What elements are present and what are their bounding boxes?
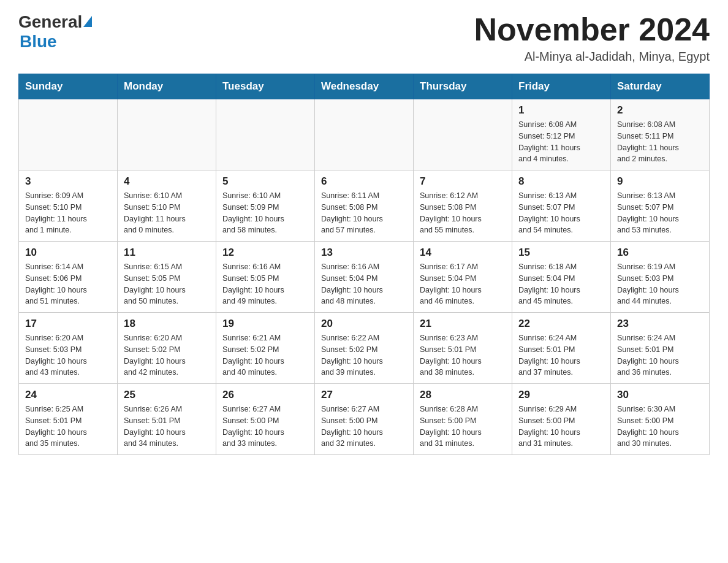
day-info: Sunrise: 6:22 AMSunset: 5:02 PMDaylight:…	[321, 332, 407, 378]
calendar-cell: 16Sunrise: 6:19 AMSunset: 5:03 PMDayligh…	[611, 242, 710, 313]
day-number: 8	[518, 175, 604, 188]
day-number: 30	[617, 389, 703, 401]
day-number: 7	[420, 175, 506, 188]
day-number: 26	[222, 389, 308, 401]
day-number: 4	[124, 175, 210, 188]
day-info: Sunrise: 6:28 AMSunset: 5:00 PMDaylight:…	[420, 404, 506, 450]
day-info: Sunrise: 6:11 AMSunset: 5:08 PMDaylight:…	[321, 190, 407, 236]
day-info: Sunrise: 6:08 AMSunset: 5:12 PMDaylight:…	[518, 119, 604, 165]
day-info: Sunrise: 6:24 AMSunset: 5:01 PMDaylight:…	[617, 332, 703, 378]
calendar-week-row: 10Sunrise: 6:14 AMSunset: 5:06 PMDayligh…	[19, 242, 710, 313]
day-number: 9	[617, 175, 703, 188]
calendar-cell: 29Sunrise: 6:29 AMSunset: 5:00 PMDayligh…	[512, 384, 611, 455]
day-info: Sunrise: 6:14 AMSunset: 5:06 PMDaylight:…	[25, 261, 111, 307]
calendar-cell: 6Sunrise: 6:11 AMSunset: 5:08 PMDaylight…	[315, 170, 414, 242]
day-number: 19	[222, 318, 308, 330]
day-info: Sunrise: 6:19 AMSunset: 5:03 PMDaylight:…	[617, 261, 703, 307]
calendar-cell: 14Sunrise: 6:17 AMSunset: 5:04 PMDayligh…	[414, 242, 512, 313]
weekday-header-sunday: Sunday	[19, 74, 118, 99]
day-number: 23	[617, 318, 703, 330]
day-number: 21	[420, 318, 506, 330]
day-info: Sunrise: 6:20 AMSunset: 5:03 PMDaylight:…	[25, 332, 111, 378]
calendar-cell: 23Sunrise: 6:24 AMSunset: 5:01 PMDayligh…	[611, 313, 710, 384]
calendar-cell	[414, 99, 512, 170]
calendar-cell: 19Sunrise: 6:21 AMSunset: 5:02 PMDayligh…	[216, 313, 315, 384]
day-info: Sunrise: 6:17 AMSunset: 5:04 PMDaylight:…	[420, 261, 506, 307]
day-info: Sunrise: 6:23 AMSunset: 5:01 PMDaylight:…	[420, 332, 506, 378]
day-info: Sunrise: 6:24 AMSunset: 5:01 PMDaylight:…	[518, 332, 604, 378]
calendar-cell: 17Sunrise: 6:20 AMSunset: 5:03 PMDayligh…	[19, 313, 118, 384]
calendar-cell: 21Sunrise: 6:23 AMSunset: 5:01 PMDayligh…	[414, 313, 512, 384]
weekday-header-monday: Monday	[118, 74, 216, 99]
day-info: Sunrise: 6:16 AMSunset: 5:05 PMDaylight:…	[222, 261, 308, 307]
calendar-cell: 5Sunrise: 6:10 AMSunset: 5:09 PMDaylight…	[216, 170, 315, 242]
calendar-cell: 9Sunrise: 6:13 AMSunset: 5:07 PMDaylight…	[611, 170, 710, 242]
calendar-week-row: 1Sunrise: 6:08 AMSunset: 5:12 PMDaylight…	[19, 99, 710, 170]
day-number: 17	[25, 318, 111, 330]
day-info: Sunrise: 6:15 AMSunset: 5:05 PMDaylight:…	[124, 261, 210, 307]
day-number: 25	[124, 389, 210, 401]
calendar-cell	[19, 99, 118, 170]
calendar-cell: 4Sunrise: 6:10 AMSunset: 5:10 PMDaylight…	[118, 170, 216, 242]
day-number: 20	[321, 318, 407, 330]
day-info: Sunrise: 6:13 AMSunset: 5:07 PMDaylight:…	[518, 190, 604, 236]
calendar-cell: 20Sunrise: 6:22 AMSunset: 5:02 PMDayligh…	[315, 313, 414, 384]
calendar-cell: 25Sunrise: 6:26 AMSunset: 5:01 PMDayligh…	[118, 384, 216, 455]
calendar-cell	[315, 99, 414, 170]
day-number: 16	[617, 247, 703, 259]
page-header: General Blue November 2024 Al-Minya al-J…	[18, 12, 710, 64]
day-number: 13	[321, 247, 407, 259]
calendar-table: SundayMondayTuesdayWednesdayThursdayFrid…	[18, 74, 710, 455]
day-number: 6	[321, 175, 407, 188]
calendar-week-row: 3Sunrise: 6:09 AMSunset: 5:10 PMDaylight…	[19, 170, 710, 242]
logo-general-text: General	[18, 12, 82, 32]
calendar-cell: 22Sunrise: 6:24 AMSunset: 5:01 PMDayligh…	[512, 313, 611, 384]
day-info: Sunrise: 6:16 AMSunset: 5:04 PMDaylight:…	[321, 261, 407, 307]
calendar-cell: 1Sunrise: 6:08 AMSunset: 5:12 PMDaylight…	[512, 99, 611, 170]
weekday-header-saturday: Saturday	[611, 74, 710, 99]
calendar-cell: 13Sunrise: 6:16 AMSunset: 5:04 PMDayligh…	[315, 242, 414, 313]
day-number: 18	[124, 318, 210, 330]
day-info: Sunrise: 6:12 AMSunset: 5:08 PMDaylight:…	[420, 190, 506, 236]
day-info: Sunrise: 6:26 AMSunset: 5:01 PMDaylight:…	[124, 404, 210, 450]
day-info: Sunrise: 6:27 AMSunset: 5:00 PMDaylight:…	[321, 404, 407, 450]
calendar-cell: 27Sunrise: 6:27 AMSunset: 5:00 PMDayligh…	[315, 384, 414, 455]
day-number: 28	[420, 389, 506, 401]
calendar-cell	[118, 99, 216, 170]
day-number: 12	[222, 247, 308, 259]
day-number: 14	[420, 247, 506, 259]
weekday-header-tuesday: Tuesday	[216, 74, 315, 99]
calendar-title: November 2024	[474, 12, 710, 47]
day-number: 2	[617, 104, 703, 117]
day-number: 10	[25, 247, 111, 259]
calendar-cell: 15Sunrise: 6:18 AMSunset: 5:04 PMDayligh…	[512, 242, 611, 313]
calendar-cell: 18Sunrise: 6:20 AMSunset: 5:02 PMDayligh…	[118, 313, 216, 384]
weekday-header-wednesday: Wednesday	[315, 74, 414, 99]
day-info: Sunrise: 6:21 AMSunset: 5:02 PMDaylight:…	[222, 332, 308, 378]
calendar-cell: 12Sunrise: 6:16 AMSunset: 5:05 PMDayligh…	[216, 242, 315, 313]
day-info: Sunrise: 6:27 AMSunset: 5:00 PMDaylight:…	[222, 404, 308, 450]
day-info: Sunrise: 6:30 AMSunset: 5:00 PMDaylight:…	[617, 404, 703, 450]
calendar-cell: 2Sunrise: 6:08 AMSunset: 5:11 PMDaylight…	[611, 99, 710, 170]
calendar-cell: 7Sunrise: 6:12 AMSunset: 5:08 PMDaylight…	[414, 170, 512, 242]
day-info: Sunrise: 6:10 AMSunset: 5:09 PMDaylight:…	[222, 190, 308, 236]
calendar-cell: 10Sunrise: 6:14 AMSunset: 5:06 PMDayligh…	[19, 242, 118, 313]
logo-blue-text: Blue	[20, 32, 57, 52]
day-number: 22	[518, 318, 604, 330]
day-info: Sunrise: 6:13 AMSunset: 5:07 PMDaylight:…	[617, 190, 703, 236]
weekday-header-thursday: Thursday	[414, 74, 512, 99]
day-number: 5	[222, 175, 308, 188]
calendar-cell	[216, 99, 315, 170]
calendar-week-row: 17Sunrise: 6:20 AMSunset: 5:03 PMDayligh…	[19, 313, 710, 384]
logo-triangle-icon	[83, 16, 92, 27]
calendar-cell: 28Sunrise: 6:28 AMSunset: 5:00 PMDayligh…	[414, 384, 512, 455]
calendar-cell: 26Sunrise: 6:27 AMSunset: 5:00 PMDayligh…	[216, 384, 315, 455]
calendar-cell: 24Sunrise: 6:25 AMSunset: 5:01 PMDayligh…	[19, 384, 118, 455]
title-block: November 2024 Al-Minya al-Jadidah, Minya…	[474, 12, 710, 64]
calendar-subtitle: Al-Minya al-Jadidah, Minya, Egypt	[474, 50, 710, 64]
day-info: Sunrise: 6:09 AMSunset: 5:10 PMDaylight:…	[25, 190, 111, 236]
logo: General Blue	[18, 12, 92, 52]
day-number: 11	[124, 247, 210, 259]
calendar-week-row: 24Sunrise: 6:25 AMSunset: 5:01 PMDayligh…	[19, 384, 710, 455]
calendar-cell: 3Sunrise: 6:09 AMSunset: 5:10 PMDaylight…	[19, 170, 118, 242]
